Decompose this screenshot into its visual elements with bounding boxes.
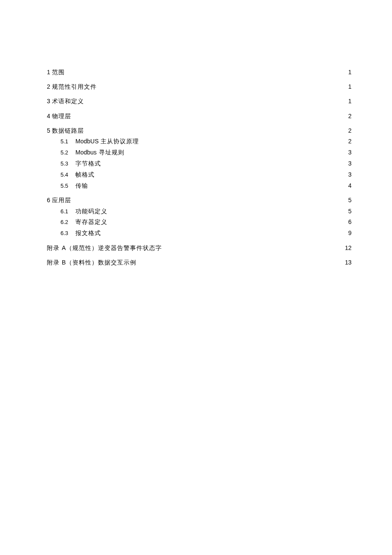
toc-entry-title: ModbUS 主从协议原理 xyxy=(75,137,139,145)
toc-entry-number: 1 xyxy=(47,68,50,76)
toc-entry-number: 4 xyxy=(47,112,50,120)
toc-entry-page: 1 xyxy=(344,97,352,105)
toc-entry-page: 3 xyxy=(344,148,352,156)
toc-entry-appendix[interactable]: 附录 B（资料性）数据交互示例 13 xyxy=(47,259,352,266)
toc-entry-title: 字节格式 xyxy=(75,160,101,167)
toc-entry-page: 4 xyxy=(344,182,352,189)
toc-entry[interactable]: 2 规范性引用文件 1 xyxy=(47,83,352,90)
toc-entry-page: 2 xyxy=(344,112,352,120)
toc-entry[interactable]: 5 数据链路层 2 xyxy=(47,127,352,134)
toc-entry-title: 帧格式 xyxy=(75,171,95,178)
toc-entry-number: 5.5 xyxy=(61,183,75,190)
toc-entry-number: 5.1 xyxy=(61,138,75,145)
toc-entry[interactable]: 1 范围 1 xyxy=(47,68,352,76)
toc-entry-title: 传输 xyxy=(75,182,88,189)
toc-entry-title: 规范性引用文件 xyxy=(52,83,97,90)
toc-subentry[interactable]: 6.3 报文格式 9 xyxy=(47,229,352,237)
toc-subentry[interactable]: 6.1 功能码定义 5 xyxy=(47,207,352,215)
toc-entry-page: 12 xyxy=(344,244,352,252)
toc-entry-number: 5.4 xyxy=(61,171,75,179)
toc-entry-title: 附录 A（规范性）逆变器告警事件状态字 xyxy=(47,244,162,252)
toc-entry-page: 13 xyxy=(344,259,352,266)
toc-subentry[interactable]: 5.1 ModbUS 主从协议原理 2 xyxy=(47,137,352,145)
toc-entry-title: 术语和定义 xyxy=(52,97,84,105)
toc-entry-title: Modbus 寻址规则 xyxy=(75,148,124,156)
toc-subentry[interactable]: 6.2 寄存器定义 6 xyxy=(47,218,352,226)
toc-entry-appendix[interactable]: 附录 A（规范性）逆变器告警事件状态字 12 xyxy=(47,244,352,252)
toc-entry-title: 数据链路层 xyxy=(52,127,84,134)
toc-entry-number: 6.2 xyxy=(61,219,75,226)
toc-entry-number: 2 xyxy=(47,83,50,90)
toc-entry-title: 物理层 xyxy=(52,112,71,120)
toc-entry-number: 6 xyxy=(47,196,50,204)
toc-entry-page: 3 xyxy=(344,171,352,178)
toc-entry-page: 2 xyxy=(344,137,352,145)
toc-entry-number: 6.3 xyxy=(61,230,75,237)
toc-entry-number: 5.2 xyxy=(61,149,75,157)
toc-entry-page: 3 xyxy=(344,160,352,167)
toc-subentry[interactable]: 5.5 传输 4 xyxy=(47,182,352,190)
toc-entry-page: 1 xyxy=(344,83,352,90)
toc-entry-title: 附录 B（资料性）数据交互示例 xyxy=(47,259,136,266)
toc-entry-title: 应用层 xyxy=(52,196,71,204)
toc-entry-title: 报文格式 xyxy=(75,229,101,237)
toc-entry-number: 3 xyxy=(47,97,50,105)
toc-entry-page: 2 xyxy=(344,127,352,134)
toc-entry-number: 5 xyxy=(47,127,50,134)
toc-entry-title: 寄存器定义 xyxy=(75,218,107,226)
toc-subentry[interactable]: 5.3 字节格式 3 xyxy=(47,160,352,168)
table-of-contents: 1 范围 1 2 规范性引用文件 1 3 术语和定义 1 4 物理层 2 5 数… xyxy=(47,68,352,267)
toc-entry[interactable]: 3 术语和定义 1 xyxy=(47,97,352,105)
toc-entry-number: 6.1 xyxy=(61,208,75,215)
toc-entry-number: 5.3 xyxy=(61,160,75,168)
toc-entry-page: 6 xyxy=(344,218,352,226)
toc-entry-title: 范围 xyxy=(52,68,65,76)
toc-entry-page: 5 xyxy=(344,207,352,215)
toc-subentry[interactable]: 5.2 Modbus 寻址规则 3 xyxy=(47,148,352,157)
toc-entry[interactable]: 4 物理层 2 xyxy=(47,112,352,120)
toc-entry[interactable]: 6 应用层 5 xyxy=(47,196,352,204)
toc-entry-page: 1 xyxy=(344,68,352,76)
toc-entry-page: 5 xyxy=(344,196,352,204)
toc-entry-title: 功能码定义 xyxy=(75,207,107,215)
toc-subentry[interactable]: 5.4 帧格式 3 xyxy=(47,171,352,179)
toc-entry-page: 9 xyxy=(344,229,352,237)
